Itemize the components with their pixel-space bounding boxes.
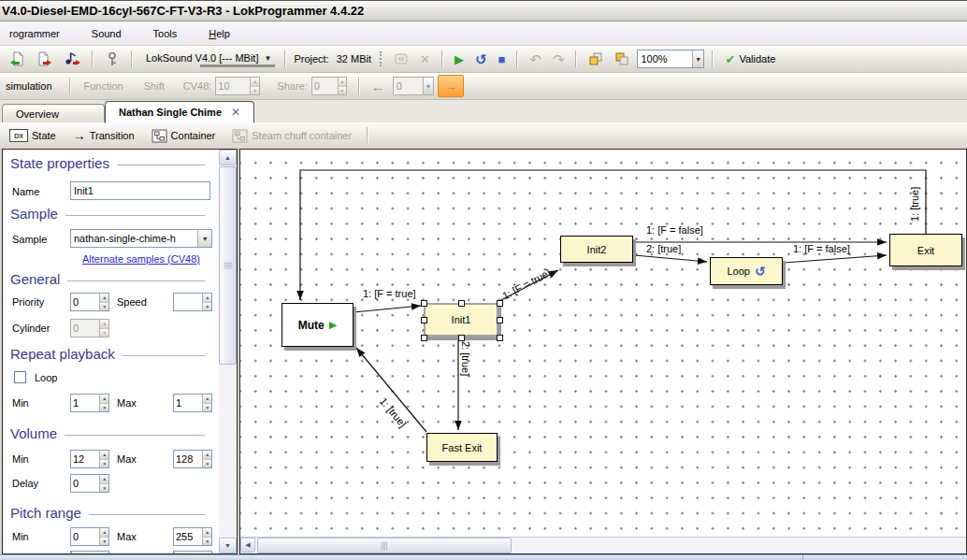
diagram-node-mute[interactable]: Mute▶	[281, 303, 354, 347]
speed-input[interactable]	[174, 294, 202, 310]
menu-item-sound[interactable]: Sound	[82, 25, 131, 42]
spinner-buttons[interactable]: ▲▼	[99, 475, 108, 492]
panel-scrollbar[interactable]: ▲ ▼	[219, 150, 237, 553]
zoom-value-input[interactable]	[638, 50, 691, 67]
repeat-max-label: Max	[117, 397, 137, 410]
repeat-min-spinner[interactable]: ▲▼	[70, 394, 109, 412]
scrollbar-thumb[interactable]	[219, 166, 237, 365]
cv48-value-input	[216, 78, 250, 94]
device-select-button[interactable]: LokSound V4.0 [--- MBit] ▼	[140, 50, 277, 68]
sample-combo[interactable]: ▼	[70, 229, 212, 248]
pitch-max-spinner[interactable]: ▲▼	[173, 527, 212, 546]
properties-panel: State properties Name Sample Sample ▼ Al…	[2, 149, 238, 554]
repeat-max-input[interactable]	[174, 395, 202, 411]
nav-right-arrow-button[interactable]: →	[438, 75, 464, 97]
pitch-min-spinner[interactable]: ▲▼	[70, 527, 109, 546]
stop-button[interactable]: ■	[494, 51, 509, 67]
menu-item-help[interactable]: Help	[199, 25, 239, 42]
bring-forward-button[interactable]	[585, 50, 607, 68]
pitch-max-input[interactable]	[174, 528, 202, 545]
name-input[interactable]	[70, 181, 210, 200]
main-toolbar: LokSound V4.0 [--- MBit] ▼ Project: 32 M…	[0, 46, 967, 73]
diagram-node-exit[interactable]: Exit	[889, 234, 962, 266]
export-file-button[interactable]	[33, 50, 56, 68]
toolbar-grip	[380, 51, 382, 66]
chevron-down-icon[interactable]: ▼	[692, 50, 704, 67]
separator	[516, 50, 518, 67]
spin-down-icon: ▼	[203, 460, 211, 468]
delay-input[interactable]	[71, 475, 99, 492]
volume-min-spinner[interactable]: ▲▼	[70, 450, 109, 468]
loop-play-button[interactable]: ↺	[471, 51, 491, 67]
spinner-buttons[interactable]: ▲▼	[202, 528, 211, 545]
spin-up-icon: ▲	[251, 78, 259, 87]
sample-value-input[interactable]	[71, 230, 197, 247]
diagram-node-init1[interactable]: Init1	[424, 303, 498, 337]
validate-button[interactable]: ✔ Validate	[721, 51, 779, 67]
separator	[575, 50, 577, 67]
spinner-buttons[interactable]: ▲▼	[202, 294, 211, 310]
share-label: Share:	[277, 80, 307, 92]
spinner-buttons[interactable]: ▲▼	[202, 395, 211, 411]
diagram-toolbar: DX State → Transition Container Steam ch…	[0, 122, 967, 150]
selection-handle[interactable]	[421, 300, 427, 307]
spinner-buttons[interactable]: ▲▼	[99, 395, 108, 411]
menu-item-tools[interactable]: Tools	[144, 25, 187, 42]
add-transition-button[interactable]: → Transition	[69, 128, 138, 143]
priority-spinner[interactable]: ▲▼	[70, 293, 109, 311]
selection-handle[interactable]	[497, 300, 503, 307]
play-button[interactable]: ▶	[451, 51, 468, 67]
pitch-min-input[interactable]	[71, 528, 99, 545]
tab-strip: Overview Nathan Single Chime ✕	[0, 100, 967, 123]
steam-chuff-button-label: Steam chuff container	[252, 130, 352, 141]
scrollbar-thumb[interactable]	[257, 538, 512, 553]
spinner-buttons[interactable]: ▲▼	[99, 528, 108, 545]
nav-left-arrow-icon[interactable]: ←	[368, 79, 389, 94]
canvas-horizontal-scrollbar[interactable]: ◀	[240, 537, 966, 553]
volume-max-input[interactable]	[174, 451, 202, 467]
cylinder-spinner: ▲▼	[70, 319, 109, 337]
priority-input[interactable]	[71, 294, 99, 310]
selection-handle[interactable]	[421, 335, 427, 341]
diagram-node-fastexit[interactable]: Fast Exit	[426, 433, 498, 462]
spin-down-icon: ▼	[251, 87, 259, 95]
tab-overview[interactable]: Overview	[2, 104, 105, 122]
volume-min-input[interactable]	[71, 451, 99, 467]
scroll-left-icon[interactable]: ◀	[240, 538, 255, 553]
volume-max-spinner[interactable]: ▲▼	[173, 450, 212, 468]
alternate-samples-link[interactable]: Alternate samples (CV48)	[70, 253, 212, 265]
menu-item-rogrammer[interactable]: rogrammer	[0, 25, 69, 42]
close-icon[interactable]: ✕	[231, 106, 240, 119]
speed-label: Speed	[117, 296, 147, 309]
open-file-button[interactable]	[6, 50, 29, 68]
selection-handle[interactable]	[497, 317, 503, 323]
add-container-button[interactable]: Container	[148, 127, 220, 145]
scroll-down-icon[interactable]: ▼	[219, 538, 237, 553]
spinner-buttons[interactable]: ▲▼	[99, 294, 108, 310]
diagram-node-init2[interactable]: Init2	[560, 236, 633, 263]
selection-handle[interactable]	[421, 317, 427, 323]
repeat-max-spinner[interactable]: ▲▼	[173, 394, 212, 412]
loop-refresh-icon: ↺	[755, 264, 766, 279]
chevron-down-icon[interactable]: ▼	[197, 230, 211, 247]
selection-handle[interactable]	[497, 335, 503, 341]
connect-programmer-button[interactable]	[101, 50, 123, 69]
selection-handle[interactable]	[458, 300, 465, 307]
scroll-up-icon[interactable]: ▲	[219, 150, 237, 165]
zoom-combo[interactable]: ▼	[637, 50, 704, 68]
diagram-node-loop[interactable]: Loop↺	[710, 257, 783, 285]
send-backward-button[interactable]	[611, 50, 633, 68]
delay-spinner[interactable]: ▲▼	[70, 474, 109, 493]
loop-checkbox[interactable]	[14, 371, 26, 383]
speed-spinner[interactable]: ▲▼	[173, 293, 212, 311]
state-diagram[interactable]: 1: [F = true]1: [F = true]1: [F = false]…	[240, 150, 966, 538]
spinner-buttons[interactable]: ▲▼	[202, 451, 211, 467]
diagram-canvas[interactable]: 1: [F = true]1: [F = true]1: [F = false]…	[239, 149, 967, 554]
node-label: Exit	[917, 245, 934, 256]
selection-handle[interactable]	[458, 335, 465, 341]
spinner-buttons[interactable]: ▲▼	[99, 451, 108, 467]
repeat-min-input[interactable]	[71, 395, 99, 411]
add-state-button[interactable]: DX State	[6, 127, 60, 144]
export-sound-button[interactable]	[60, 50, 84, 68]
tab-nathan-single-chime[interactable]: Nathan Single Chime ✕	[105, 101, 254, 123]
